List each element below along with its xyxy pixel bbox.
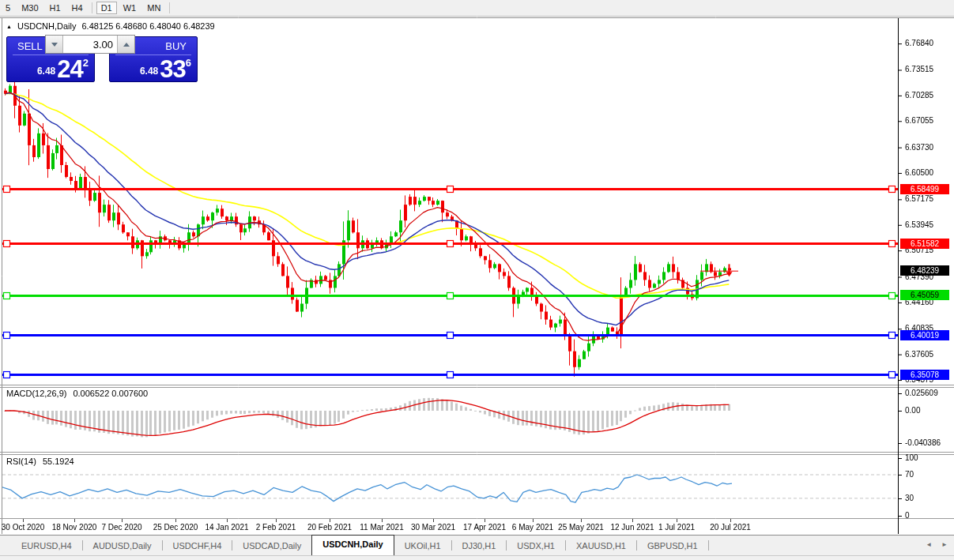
y-axis-label: 6.60500 bbox=[905, 168, 933, 177]
toolbar-separator bbox=[169, 2, 170, 13]
tab-gbpusd-h1[interactable]: GBPUSD,H1 bbox=[637, 536, 708, 555]
volume-decrease-button[interactable] bbox=[46, 36, 63, 53]
price-level-badge: 6.40019 bbox=[900, 330, 949, 340]
x-axis-label: 2 Feb 2021 bbox=[256, 523, 296, 532]
tab-eurusd-h4[interactable]: EURUSD,H4 bbox=[11, 536, 82, 555]
y-axis-label: 6.63730 bbox=[905, 143, 933, 152]
y-axis-label: 6.76840 bbox=[905, 39, 933, 47]
sell-price-point: 2 bbox=[83, 57, 89, 69]
y-axis-label: 6.53945 bbox=[905, 220, 933, 229]
x-axis-label: 20 Feb 2021 bbox=[307, 523, 352, 532]
arrow-up-icon bbox=[123, 43, 130, 47]
macd-indicator-label: MACD(12,26,9) 0.006522 0.007600 bbox=[6, 389, 148, 398]
tab-dj30-h1[interactable]: DJ30,H1 bbox=[452, 536, 507, 555]
sell-price: 6.48 24 2 bbox=[37, 57, 89, 80]
x-axis-label: 6 May 2021 bbox=[512, 523, 553, 532]
chart-tab-bar: EURUSD,H4AUDUSD,DailyUSDCHF,H4USDCAD,Dai… bbox=[0, 535, 954, 555]
x-axis-label: 25 Dec 2020 bbox=[153, 523, 198, 532]
buy-price-pips: 33 bbox=[160, 58, 185, 80]
tab-usdx-h1[interactable]: USDX,H1 bbox=[507, 536, 565, 555]
volume-input[interactable] bbox=[63, 36, 117, 53]
sell-price-prefix: 6.48 bbox=[37, 66, 55, 77]
tab-usdcad-daily[interactable]: USDCAD,Daily bbox=[232, 536, 311, 555]
timeframe-button-W1[interactable]: W1 bbox=[119, 2, 141, 14]
price-level-badge: 6.51582 bbox=[900, 239, 949, 249]
tab-ukoil-h1[interactable]: UKOil,H1 bbox=[394, 536, 451, 555]
x-axis-label: 12 Jun 2021 bbox=[610, 523, 654, 532]
timeframe-button-D1[interactable]: D1 bbox=[96, 2, 117, 14]
chart-ohlc-values: 6.48125 6.48680 6.48040 6.48239 bbox=[82, 21, 215, 31]
macd-name: MACD(12,26,9) bbox=[6, 389, 66, 398]
buy-price-prefix: 6.48 bbox=[140, 66, 158, 77]
tab-usdchf-h4[interactable]: USDCHF,H4 bbox=[163, 536, 232, 555]
y-axis-label: 6.57175 bbox=[905, 194, 933, 203]
timeframe-button-H1[interactable]: H1 bbox=[45, 2, 66, 14]
price-level-badge: 6.35078 bbox=[900, 370, 949, 380]
tabs-scroll-right-icon[interactable]: ► bbox=[941, 541, 948, 548]
collapse-triangle-icon[interactable]: ▲ bbox=[6, 24, 12, 29]
tabs-scroll-left-icon[interactable]: ◄ bbox=[926, 541, 932, 548]
price-level-badge: 6.48239 bbox=[900, 265, 949, 276]
timeframe-button-H4[interactable]: H4 bbox=[67, 2, 88, 14]
timeframe-button-MN[interactable]: MN bbox=[142, 2, 165, 14]
price-level-badge: 6.45059 bbox=[900, 290, 949, 300]
chart-symbol-label: USDCNH,Daily bbox=[17, 21, 77, 31]
x-axis-label: 17 Apr 2021 bbox=[463, 523, 506, 532]
y-axis-label: 6.70285 bbox=[905, 91, 933, 100]
tab-xauusd-h1[interactable]: XAUUSD,H1 bbox=[566, 536, 636, 555]
tab-usdcnh-daily[interactable]: USDCNH,Daily bbox=[311, 535, 394, 555]
price-chart-canvas[interactable] bbox=[0, 0, 954, 560]
x-axis-label: 1 Jul 2021 bbox=[658, 523, 695, 532]
arrow-down-icon bbox=[51, 43, 58, 47]
timeframe-button-5[interactable]: 5 bbox=[1, 2, 15, 14]
rsi-indicator-label: RSI(14) 55.1924 bbox=[6, 457, 74, 466]
macd-axis-label: 0.00 bbox=[905, 406, 920, 415]
trading-platform-window: 5M30H1H4D1W1MN ▲ USDCNH,Daily 6.48125 6.… bbox=[0, 0, 954, 560]
toolbar-separator bbox=[92, 2, 92, 13]
x-axis-label: 30 Mar 2021 bbox=[411, 523, 455, 532]
x-axis-label: 20 Jul 2021 bbox=[710, 523, 751, 532]
y-axis-label: 6.73515 bbox=[905, 65, 933, 73]
x-axis-label: 30 Oct 2020 bbox=[2, 523, 44, 532]
rsi-axis-label: 70 bbox=[905, 470, 914, 479]
macd-axis-label: 0.025609 bbox=[905, 389, 938, 397]
timeframe-button-M30[interactable]: M30 bbox=[17, 2, 43, 14]
volume-increase-button[interactable] bbox=[117, 36, 134, 53]
buy-price-point: 6 bbox=[186, 57, 191, 69]
price-level-badge: 6.58499 bbox=[900, 184, 949, 194]
x-axis-label: 18 Nov 2020 bbox=[52, 523, 97, 532]
rsi-axis-label: 0 bbox=[905, 511, 910, 520]
rsi-value: 55.1924 bbox=[43, 457, 74, 466]
x-axis-label: 14 Jan 2021 bbox=[205, 523, 248, 532]
timeframe-toolbar: 5M30H1H4D1W1MN bbox=[0, 0, 954, 16]
sell-price-pips: 24 bbox=[57, 58, 82, 80]
y-axis-label: 6.37605 bbox=[905, 350, 933, 359]
status-strip bbox=[0, 555, 954, 560]
tab-audusd-daily[interactable]: AUDUSD,Daily bbox=[83, 536, 162, 555]
buy-price: 6.48 33 6 bbox=[140, 57, 191, 80]
one-click-trading-panel: SELL 6.48 24 2 BUY 6.48 33 6 bbox=[6, 35, 198, 82]
volume-spinner bbox=[45, 35, 135, 54]
tab-divider bbox=[708, 540, 709, 551]
tab-scroll-buttons: ◄ ► bbox=[926, 541, 948, 548]
x-axis-label: 7 Dec 2020 bbox=[101, 523, 141, 532]
chart-header: ▲ USDCNH,Daily 6.48125 6.48680 6.48040 6… bbox=[6, 21, 215, 31]
y-axis-label: 6.67055 bbox=[905, 116, 933, 125]
rsi-axis-label: 100 bbox=[905, 453, 918, 462]
x-axis-label: 11 Mar 2021 bbox=[360, 523, 403, 532]
x-axis-label: 25 May 2021 bbox=[558, 523, 604, 532]
macd-axis-label: -0.040386 bbox=[905, 438, 941, 447]
rsi-axis-label: 30 bbox=[905, 494, 914, 502]
macd-values: 0.006522 0.007600 bbox=[73, 389, 148, 398]
rsi-name: RSI(14) bbox=[6, 457, 36, 466]
